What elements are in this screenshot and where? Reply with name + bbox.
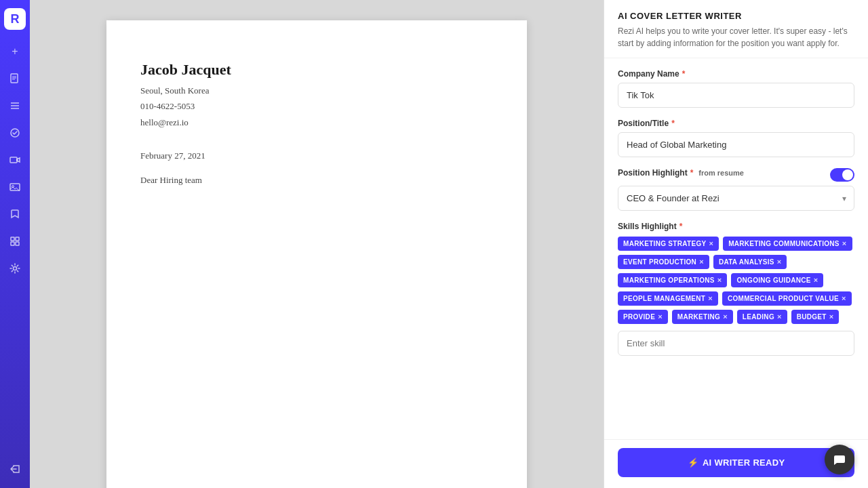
highlight-select-wrapper: CEO & Founder at Rezi ▾ bbox=[618, 186, 854, 211]
grid-icon[interactable] bbox=[4, 230, 26, 252]
skill-remove[interactable]: × bbox=[842, 240, 847, 247]
position-highlight-label: Position Highlight* from resume bbox=[618, 168, 744, 178]
sidebar: R + bbox=[0, 0, 30, 488]
document-page: Jacob Jacquet Seoul, South Korea 010-462… bbox=[106, 20, 527, 488]
skills-highlight-label: Skills Highlight* bbox=[618, 222, 854, 231]
position-title-input[interactable] bbox=[618, 132, 854, 157]
skill-tag: PROVIDE× bbox=[618, 310, 668, 324]
skill-tag: DATA ANALYSIS× bbox=[713, 255, 787, 269]
check-icon[interactable] bbox=[4, 122, 26, 144]
company-name-label: Company Name* bbox=[618, 69, 854, 79]
svg-rect-8 bbox=[10, 157, 17, 163]
panel-body: Company Name* Position/Title* Position H… bbox=[604, 58, 868, 439]
skill-remove[interactable]: × bbox=[709, 240, 713, 247]
ai-btn-label: AI WRITER READY bbox=[703, 458, 785, 468]
position-highlight-group: Position Highlight* from resume CEO & Fo… bbox=[618, 168, 854, 211]
settings-icon[interactable] bbox=[4, 258, 26, 279]
highlight-row: Position Highlight* from resume bbox=[618, 168, 854, 182]
skill-tag: MARKETING STRATEGY× bbox=[618, 237, 719, 251]
skill-remove[interactable]: × bbox=[829, 313, 834, 321]
svg-point-15 bbox=[14, 267, 17, 270]
ai-btn-icon: ⚡ bbox=[688, 458, 698, 468]
panel-header: AI COVER LETTER WRITER Rezi AI helps you… bbox=[604, 0, 868, 58]
panel-title: AI COVER LETTER WRITER bbox=[618, 11, 854, 21]
skill-tag: LEADING× bbox=[737, 310, 787, 324]
logout-icon[interactable] bbox=[4, 458, 26, 480]
skill-remove[interactable]: × bbox=[658, 313, 663, 321]
document-icon[interactable] bbox=[4, 68, 26, 89]
skill-remove[interactable]: × bbox=[814, 277, 818, 284]
main-area: Jacob Jacquet Seoul, South Korea 010-462… bbox=[30, 0, 868, 488]
chat-bubble[interactable] bbox=[825, 445, 854, 474]
skill-remove[interactable]: × bbox=[708, 295, 713, 302]
skill-remove[interactable]: × bbox=[777, 258, 782, 266]
skill-remove[interactable]: × bbox=[699, 258, 704, 266]
position-title-label: Position/Title* bbox=[618, 119, 854, 128]
skill-input[interactable] bbox=[618, 331, 854, 356]
add-icon[interactable]: + bbox=[4, 41, 26, 62]
document-date: February 27, 2021 bbox=[140, 150, 493, 161]
video-icon[interactable] bbox=[4, 149, 26, 171]
list-icon[interactable] bbox=[4, 95, 26, 117]
svg-rect-13 bbox=[11, 242, 14, 245]
svg-rect-11 bbox=[11, 237, 14, 241]
skill-tag: PEOPLE MANAGEMENT× bbox=[618, 291, 718, 306]
skill-remove[interactable]: × bbox=[777, 313, 782, 321]
document-preview: Jacob Jacquet Seoul, South Korea 010-462… bbox=[30, 0, 604, 488]
company-name-input[interactable] bbox=[618, 83, 854, 108]
skill-tag: MARKETING× bbox=[672, 310, 733, 324]
position-title-group: Position/Title* bbox=[618, 119, 854, 157]
skill-tag: BUDGET× bbox=[791, 310, 840, 324]
panel-description: Rezi AI helps you to write your cover le… bbox=[618, 25, 854, 49]
skill-remove[interactable]: × bbox=[723, 313, 728, 321]
skills-container: MARKETING STRATEGY×MARKETING COMMUNICATI… bbox=[618, 237, 854, 324]
skill-tag: MARKETING OPERATIONS× bbox=[618, 273, 727, 287]
skill-tag: MARKETING COMMUNICATIONS× bbox=[723, 237, 852, 251]
document-salutation: Dear Hiring team bbox=[140, 175, 493, 186]
document-location: Seoul, South Korea 010-4622-5053 hello@r… bbox=[140, 83, 493, 130]
photo-icon[interactable] bbox=[4, 176, 26, 198]
position-highlight-select[interactable]: CEO & Founder at Rezi bbox=[618, 186, 854, 211]
from-resume-toggle[interactable] bbox=[830, 168, 854, 182]
document-name: Jacob Jacquet bbox=[140, 61, 493, 79]
right-panel: AI COVER LETTER WRITER Rezi AI helps you… bbox=[604, 0, 868, 488]
sidebar-bottom bbox=[4, 458, 26, 480]
logo[interactable]: R bbox=[4, 8, 26, 30]
skill-tag: ONGOING GUIDANCE× bbox=[731, 273, 823, 287]
svg-rect-12 bbox=[16, 237, 19, 241]
skill-remove[interactable]: × bbox=[842, 295, 846, 302]
ai-writer-button[interactable]: ⚡ AI WRITER READY bbox=[618, 448, 854, 477]
company-name-group: Company Name* bbox=[618, 69, 854, 108]
skill-tag: EVENT PRODUCTION× bbox=[618, 255, 709, 269]
bookmark-icon[interactable] bbox=[4, 203, 26, 225]
skill-remove[interactable]: × bbox=[717, 277, 722, 284]
skill-tag: COMMERCIAL PRODUCT VALUE× bbox=[722, 291, 852, 306]
svg-rect-14 bbox=[16, 242, 19, 245]
skills-highlight-group: Skills Highlight* MARKETING STRATEGY×MAR… bbox=[618, 222, 854, 356]
